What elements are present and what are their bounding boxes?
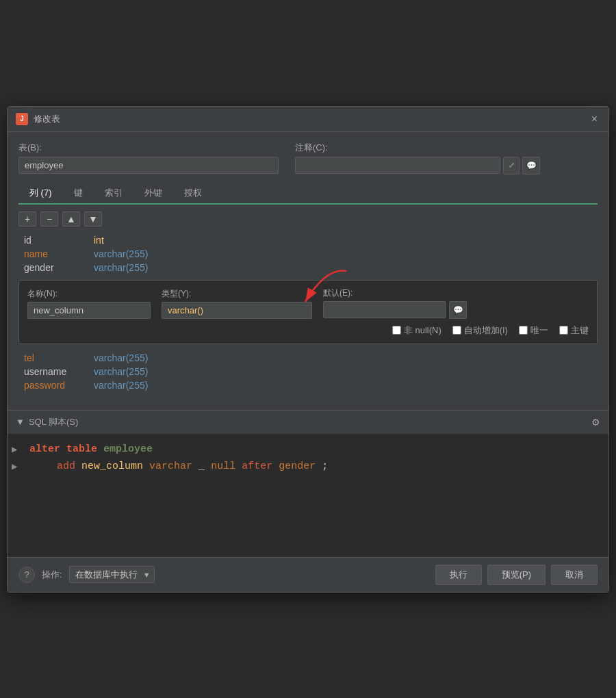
sql-null: null bbox=[211, 461, 235, 472]
sql-header-left: ▼ SQL 脚本(S) bbox=[16, 416, 78, 428]
table-row[interactable]: password varchar(255) bbox=[18, 378, 598, 392]
preview-button[interactable]: 预览(P) bbox=[487, 565, 546, 585]
sql-gutter-arrow-2: ▶ bbox=[12, 459, 17, 476]
sql-table-name: employee bbox=[103, 443, 153, 455]
col-name-tel: tel bbox=[24, 352, 86, 363]
comment-label: 注释(C): bbox=[295, 142, 540, 154]
col-type-gender: varchar(255) bbox=[94, 262, 148, 273]
tab-keys[interactable]: 键 bbox=[63, 183, 94, 203]
auto-inc-label: 自动增加(I) bbox=[464, 324, 508, 337]
modify-table-dialog: J 修改表 × 表(B): 注释(C): ⤢ 💬 列 (7) bbox=[7, 106, 609, 593]
title-bar-left: J 修改表 bbox=[16, 113, 60, 125]
columns-list-top: id int name varchar(255) gender varchar(… bbox=[18, 233, 598, 274]
default-comment-btn[interactable]: 💬 bbox=[449, 301, 467, 319]
tab-foreign-keys[interactable]: 外键 bbox=[133, 183, 173, 203]
ops-label: 操作: bbox=[42, 569, 62, 581]
comment-expand-btn[interactable]: ⤢ bbox=[503, 157, 519, 174]
type-field-input[interactable] bbox=[162, 302, 312, 319]
tab-indexes[interactable]: 索引 bbox=[94, 183, 133, 203]
form-top-row: 表(B): 注释(C): ⤢ 💬 bbox=[18, 142, 598, 174]
add-column-btn[interactable]: + bbox=[18, 211, 36, 227]
close-button[interactable]: × bbox=[589, 112, 600, 126]
col-type-tel: varchar(255) bbox=[94, 352, 148, 363]
move-up-btn[interactable]: ▲ bbox=[62, 211, 80, 227]
sql-line-1: ▶ alter table employee bbox=[8, 441, 608, 458]
auto-inc-checkbox[interactable] bbox=[452, 326, 461, 335]
footer-left: ? 操作: 在数据库中执行 生成SQL脚本 ▼ bbox=[18, 566, 155, 583]
help-button[interactable]: ? bbox=[18, 567, 35, 583]
sql-after: after bbox=[242, 461, 272, 472]
table-row[interactable]: username varchar(255) bbox=[18, 365, 598, 378]
sql-gender: gender bbox=[279, 461, 316, 472]
name-field: 名称(N): bbox=[27, 288, 151, 319]
col-type-password: varchar(255) bbox=[94, 380, 148, 391]
columns-toolbar: + − ▲ ▼ bbox=[18, 211, 598, 227]
sql-title: SQL 脚本(S) bbox=[29, 416, 78, 428]
remove-column-btn[interactable]: − bbox=[40, 211, 58, 227]
tabs-bar: 列 (7) 键 索引 外键 授权 bbox=[18, 183, 598, 205]
col-type-id: int bbox=[94, 235, 104, 246]
sql-header[interactable]: ▼ SQL 脚本(S) ⚙ bbox=[8, 411, 608, 434]
gear-icon[interactable]: ⚙ bbox=[591, 417, 600, 428]
cancel-button[interactable]: 取消 bbox=[551, 565, 598, 585]
type-field: 类型(Y): bbox=[162, 288, 312, 319]
comment-input[interactable] bbox=[295, 157, 500, 174]
edit-row-fields: 名称(N): 类型(Y): bbox=[27, 287, 589, 319]
type-input-wrap bbox=[162, 302, 312, 319]
sql-section: ▼ SQL 脚本(S) ⚙ ▶ alter table employee bbox=[8, 410, 608, 557]
col-name-id: id bbox=[24, 235, 86, 246]
not-null-checkbox[interactable] bbox=[392, 326, 401, 335]
comment-icon-btn[interactable]: 💬 bbox=[522, 157, 540, 174]
dialog-body: 表(B): 注释(C): ⤢ 💬 列 (7) 键 索引 外键 授权 + − bbox=[8, 132, 608, 407]
ops-select[interactable]: 在数据库中执行 生成SQL脚本 bbox=[69, 566, 155, 583]
sql-gutter-arrow: ▶ bbox=[12, 442, 17, 458]
not-null-label: 非 null(N) bbox=[404, 324, 441, 337]
dialog-footer: ? 操作: 在数据库中执行 生成SQL脚本 ▼ 执行 预览(P) 取消 bbox=[8, 557, 608, 592]
table-name-label: 表(B): bbox=[18, 142, 279, 154]
col-name-gender: gender bbox=[24, 262, 86, 273]
column-options-row: 非 null(N) 自动增加(I) 唯一 主键 bbox=[27, 324, 589, 337]
type-field-label: 类型(Y): bbox=[162, 288, 312, 300]
table-name-input[interactable] bbox=[18, 157, 279, 174]
sql-table-kw: table bbox=[66, 443, 97, 455]
move-down-btn[interactable]: ▼ bbox=[84, 211, 102, 227]
unique-checkbox-item: 唯一 bbox=[519, 324, 548, 337]
table-row[interactable]: name varchar(255) bbox=[18, 247, 598, 261]
unique-label: 唯一 bbox=[530, 324, 548, 337]
dialog-title: 修改表 bbox=[34, 113, 60, 125]
col-name-password: password bbox=[24, 380, 86, 391]
table-row[interactable]: gender varchar(255) bbox=[18, 261, 598, 274]
app-icon: J bbox=[16, 113, 28, 125]
table-row[interactable]: tel varchar(255) bbox=[18, 351, 598, 365]
execute-button[interactable]: 执行 bbox=[435, 565, 482, 585]
sql-add: add bbox=[57, 461, 75, 472]
columns-list-bottom: tel varchar(255) username varchar(255) p… bbox=[18, 351, 598, 392]
sql-content-2: add new_column varchar _ null after gend… bbox=[29, 458, 328, 476]
comment-group: 注释(C): ⤢ 💬 bbox=[295, 142, 540, 174]
default-field-input[interactable] bbox=[323, 301, 446, 318]
ops-select-wrap: 在数据库中执行 生成SQL脚本 ▼ bbox=[69, 566, 155, 583]
column-edit-row: 名称(N): 类型(Y): bbox=[18, 280, 598, 344]
unique-checkbox[interactable] bbox=[519, 326, 528, 335]
footer-right: 执行 预览(P) 取消 bbox=[435, 565, 598, 585]
sql-alter: alter bbox=[29, 443, 60, 455]
primary-checkbox-item: 主键 bbox=[559, 324, 589, 337]
sql-col-type: varchar bbox=[149, 461, 192, 472]
col-name-username: username bbox=[24, 366, 86, 377]
sql-line-2: ▶ add new_column varchar _ null after ge… bbox=[8, 458, 608, 476]
title-bar: J 修改表 × bbox=[8, 107, 608, 132]
tab-permissions[interactable]: 授权 bbox=[173, 183, 213, 203]
sql-col-name: new_column bbox=[81, 461, 143, 472]
sql-editor: ▶ alter table employee ▶ add bbox=[8, 434, 608, 557]
primary-checkbox[interactable] bbox=[559, 326, 568, 335]
sql-toggle-icon: ▼ bbox=[16, 417, 25, 427]
primary-label: 主键 bbox=[571, 324, 589, 337]
default-field-label: 默认(E): bbox=[323, 287, 467, 299]
table-row[interactable]: id int bbox=[18, 233, 598, 247]
tab-columns[interactable]: 列 (7) bbox=[18, 183, 63, 205]
name-field-input[interactable] bbox=[27, 302, 151, 319]
not-null-checkbox-item: 非 null(N) bbox=[392, 324, 441, 337]
auto-inc-checkbox-item: 自动增加(I) bbox=[452, 324, 508, 337]
table-name-group: 表(B): bbox=[18, 142, 279, 174]
sql-content-1: alter table employee bbox=[29, 441, 153, 458]
